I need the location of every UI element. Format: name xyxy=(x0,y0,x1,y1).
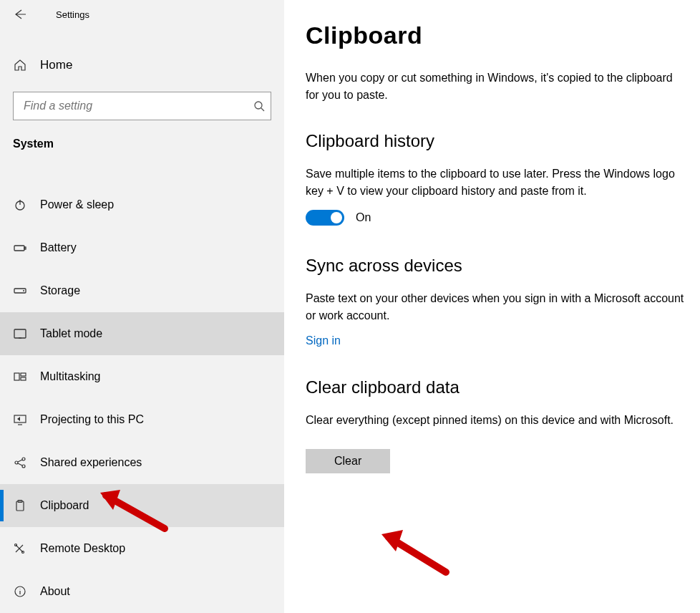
svg-point-11 xyxy=(15,461,18,464)
svg-rect-6 xyxy=(14,329,26,338)
power-icon xyxy=(13,198,27,212)
svg-point-13 xyxy=(22,465,25,468)
sidebar-item-clipboard[interactable]: Clipboard xyxy=(0,484,284,527)
back-button[interactable] xyxy=(10,4,30,24)
window-title: Settings xyxy=(56,9,89,20)
clipboard-icon xyxy=(13,498,27,513)
remote-desktop-icon xyxy=(13,541,27,556)
svg-point-0 xyxy=(255,102,262,109)
svg-rect-2 xyxy=(14,246,24,251)
info-icon xyxy=(13,584,27,599)
toggle-row-clipboard-history: On xyxy=(306,210,685,226)
section-clear-clipboard: Clear clipboard data Clear everything (e… xyxy=(306,377,685,473)
content-pane: Clipboard When you copy or cut something… xyxy=(284,0,700,613)
clear-button[interactable]: Clear xyxy=(306,449,390,473)
titlebar: Settings xyxy=(0,0,284,29)
page-intro: When you copy or cut something in Window… xyxy=(306,69,685,104)
search-wrap xyxy=(13,92,271,120)
multitasking-icon xyxy=(13,370,27,384)
page-title: Clipboard xyxy=(306,21,687,49)
home-label: Home xyxy=(40,58,72,72)
annotation-arrow-clear xyxy=(374,526,453,579)
svg-point-12 xyxy=(22,458,25,460)
clipboard-history-toggle[interactable] xyxy=(306,210,344,226)
sidebar-item-storage[interactable]: Storage xyxy=(0,269,284,312)
svg-point-5 xyxy=(23,290,24,291)
section-clipboard-history: Clipboard history Save multiple items to… xyxy=(306,131,685,226)
storage-icon xyxy=(13,284,27,298)
svg-rect-7 xyxy=(14,373,19,380)
section-desc: Save multiple items to the clipboard to … xyxy=(306,165,685,200)
arrow-left-icon xyxy=(13,7,27,21)
section-title: Sync across devices xyxy=(306,256,685,276)
toggle-state-label: On xyxy=(356,211,371,224)
nav-label: Multitasking xyxy=(40,370,100,383)
nav-label: Tablet mode xyxy=(40,327,102,340)
svg-rect-8 xyxy=(21,373,26,376)
sidebar-item-projecting[interactable]: Projecting to this PC xyxy=(0,398,284,441)
home-icon xyxy=(13,58,27,72)
nav-label: About xyxy=(40,585,70,598)
section-title: Clear clipboard data xyxy=(306,377,685,397)
sign-in-link[interactable]: Sign in xyxy=(306,334,341,347)
sidebar-item-about[interactable]: About xyxy=(0,570,284,613)
nav-label: Shared experiences xyxy=(40,456,142,469)
battery-icon xyxy=(13,241,27,255)
sidebar-item-shared-experiences[interactable]: Shared experiences xyxy=(0,441,284,484)
section-title: Clipboard history xyxy=(306,131,685,151)
nav-label: Storage xyxy=(40,284,80,297)
category-label: System xyxy=(0,120,284,158)
sidebar-item-tablet-mode[interactable]: Tablet mode xyxy=(0,312,284,355)
search-box[interactable] xyxy=(13,92,271,120)
nav-label: Remote Desktop xyxy=(40,542,125,555)
nav-label: Battery xyxy=(40,241,77,254)
sidebar-item-home[interactable]: Home xyxy=(0,50,284,80)
nav-label: Clipboard xyxy=(40,499,89,512)
search-icon xyxy=(248,100,271,112)
section-desc: Paste text on your other devices when yo… xyxy=(306,290,685,324)
sidebar-item-power-sleep[interactable]: Power & sleep xyxy=(0,183,284,226)
section-sync-devices: Sync across devices Paste text on your o… xyxy=(306,256,685,347)
search-input[interactable] xyxy=(14,100,248,112)
nav-label: Projecting to this PC xyxy=(40,413,144,426)
svg-rect-3 xyxy=(24,247,26,249)
tablet-mode-icon xyxy=(13,327,27,341)
sidebar-item-multitasking[interactable]: Multitasking xyxy=(0,355,284,398)
sidebar-item-remote-desktop[interactable]: Remote Desktop xyxy=(0,527,284,570)
nav-list: Power & sleep Battery Storage Tablet mod… xyxy=(0,183,284,613)
svg-rect-9 xyxy=(21,377,26,380)
sidebar: Settings Home System Power & sleep Batte… xyxy=(0,0,284,613)
share-icon xyxy=(13,455,27,470)
nav-label: Power & sleep xyxy=(40,198,114,211)
projecting-icon xyxy=(13,412,27,427)
sidebar-item-battery[interactable]: Battery xyxy=(0,226,284,269)
section-desc: Clear everything (except pinned items) o… xyxy=(306,412,685,429)
